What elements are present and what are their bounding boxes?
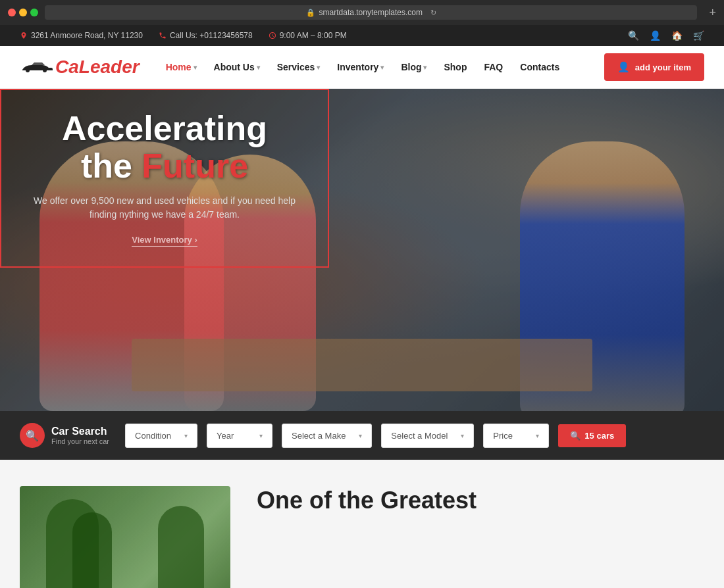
condition-arrow: ▾ — [184, 432, 188, 439]
add-item-button[interactable]: 👤 add your item — [604, 53, 704, 81]
top-bar-left: 3261 Anmoore Road, NY 11230 Call Us: +01… — [20, 31, 347, 40]
hero-section: Accelerating the Future We offer over 9,… — [0, 89, 724, 411]
section-image — [20, 486, 230, 588]
services-caret: ▾ — [317, 64, 320, 71]
hero-cta-link[interactable]: View Inventory › — [132, 235, 197, 247]
car-search-title: Car Search Find your next car — [51, 426, 109, 445]
top-bar-right: 🔍 👤 🏠 🛒 — [628, 30, 704, 41]
top-bar: 3261 Anmoore Road, NY 11230 Call Us: +01… — [0, 25, 724, 46]
dot-green — [30, 9, 38, 16]
user-icon-topbar[interactable]: 👤 — [650, 30, 661, 41]
nav-blog[interactable]: Blog ▾ — [394, 57, 433, 78]
nav-contacts[interactable]: Contacts — [513, 57, 566, 78]
navbar: CaLeader Home ▾ About Us ▾ Services ▾ In… — [0, 46, 724, 89]
nav-about[interactable]: About Us ▾ — [207, 57, 267, 78]
nav-services[interactable]: Services ▾ — [271, 57, 327, 78]
inventory-caret: ▾ — [380, 64, 384, 71]
section-below: One of the Greatest — [0, 460, 724, 588]
browser-dots — [8, 9, 38, 16]
search-btn-icon: 🔍 — [570, 431, 581, 441]
model-arrow: ▾ — [461, 432, 464, 439]
search-icon-topbar[interactable]: 🔍 — [628, 30, 639, 41]
new-tab-button[interactable]: + — [709, 6, 716, 20]
make-select[interactable]: Select a Make ▾ — [282, 424, 372, 448]
nav-home[interactable]: Home ▾ — [159, 57, 203, 78]
phone-icon — [159, 32, 167, 39]
home-icon-topbar[interactable]: 🏠 — [671, 30, 683, 41]
search-button[interactable]: 🔍 15 cars — [558, 424, 626, 447]
svg-point-0 — [26, 68, 30, 72]
logo[interactable]: CaLeader — [20, 57, 140, 78]
section-text: One of the Greatest — [257, 486, 477, 588]
home-caret: ▾ — [194, 64, 197, 71]
year-select[interactable]: Year ▾ — [207, 424, 272, 448]
logo-text: CaLeader — [55, 57, 140, 78]
car-search-icon: 🔍 — [20, 423, 45, 448]
nav-faq[interactable]: FAQ — [477, 57, 509, 78]
blog-caret: ▾ — [423, 64, 427, 71]
browser-chrome: 🔒 smartdata.tonytemplates.com ↻ + — [0, 0, 724, 25]
hours-item: 9:00 AM – 8:00 PM — [269, 31, 347, 40]
condition-select[interactable]: Condition ▾ — [125, 424, 197, 448]
make-arrow: ▾ — [359, 432, 362, 439]
cart-icon-topbar[interactable]: 🛒 — [693, 30, 704, 41]
hero-content: Accelerating the Future We offer over 9,… — [0, 89, 329, 268]
nav-inventory[interactable]: Inventory ▾ — [330, 57, 390, 78]
price-arrow: ▾ — [536, 432, 539, 439]
hero-subtitle: We offer over 9,500 new and used vehicle… — [28, 194, 301, 222]
phone-item: Call Us: +01123456578 — [159, 31, 253, 40]
year-arrow: ▾ — [259, 432, 263, 439]
nav-links: Home ▾ About Us ▾ Services ▾ Inventory ▾… — [159, 57, 604, 78]
hero-title: Accelerating the Future — [28, 110, 301, 185]
logo-car-icon — [20, 61, 54, 73]
about-caret: ▾ — [257, 64, 260, 71]
section-heading: One of the Greatest — [257, 486, 477, 514]
dot-red — [8, 9, 16, 16]
car-search-bar: 🔍 Car Search Find your next car Conditio… — [0, 411, 724, 460]
model-select[interactable]: Select a Model ▾ — [381, 424, 474, 448]
add-icon: 👤 — [617, 61, 630, 73]
hero-box: Accelerating the Future We offer over 9,… — [0, 89, 329, 268]
url-text: smartdata.tonytemplates.com — [319, 8, 423, 17]
address-bar[interactable]: 🔒 smartdata.tonytemplates.com ↻ — [45, 5, 697, 20]
price-select[interactable]: Price ▾ — [483, 424, 549, 448]
clock-icon — [269, 32, 276, 39]
car-search-branding: 🔍 Car Search Find your next car — [20, 423, 109, 448]
svg-point-1 — [43, 68, 47, 72]
location-icon — [20, 32, 28, 39]
address-item: 3261 Anmoore Road, NY 11230 — [20, 31, 143, 40]
dot-yellow — [19, 9, 27, 16]
nav-shop[interactable]: Shop — [437, 57, 473, 78]
